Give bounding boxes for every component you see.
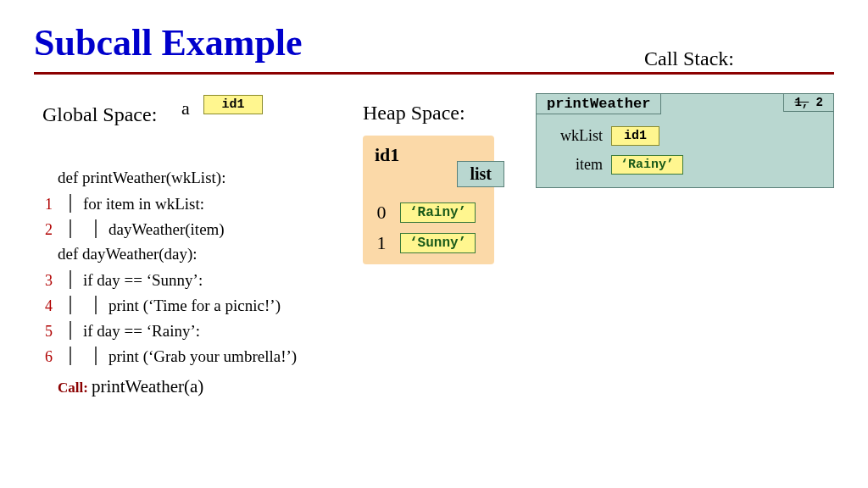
- frame-program-counter: 1, 2: [783, 93, 834, 112]
- call-label: Call:: [58, 375, 88, 401]
- pc-struck: 1,: [794, 96, 809, 109]
- call-expression: printWeather(a): [92, 374, 203, 399]
- code-line-6: print (‘Grab your umbrella!’): [108, 344, 297, 369]
- indent-bar: [70, 219, 71, 238]
- call-stack-label: Call Stack:: [644, 47, 734, 70]
- heap-index: 0: [370, 202, 393, 224]
- code-line-4: print (‘Time for a picnic!’): [108, 293, 281, 319]
- line-num-4: 4: [34, 293, 53, 319]
- frame-var-name: item: [554, 156, 603, 174]
- code-block: def printWeather(wkList): 1for item in w…: [34, 165, 297, 399]
- global-var-a-value: id1: [203, 95, 263, 114]
- stack-frame-printweather: printWeather 1, 2 wkList id1 item ‘Rainy…: [536, 93, 834, 188]
- code-def-dayweather: def dayWeather(day):: [58, 241, 198, 267]
- heap-value: ‘Sunny’: [400, 233, 476, 253]
- heap-index: 1: [370, 232, 393, 254]
- indent-bar: [95, 347, 97, 365]
- global-space-label: Global Space:: [42, 103, 157, 126]
- frame-var-name: wkList: [554, 127, 603, 145]
- line-num-5: 5: [34, 319, 53, 344]
- frame-name: printWeather: [536, 93, 661, 114]
- frame-var-value: id1: [611, 126, 659, 146]
- title-underline: [34, 72, 834, 75]
- code-line-5: if day == ‘Rainy’:: [83, 319, 200, 344]
- code-line-1: for item in wkList:: [83, 191, 204, 217]
- indent-bar: [70, 347, 71, 365]
- indent-bar: [70, 321, 71, 340]
- heap-row-0: 0 ‘Rainy’: [370, 202, 487, 224]
- code-line-2: dayWeather(item): [108, 217, 225, 242]
- heap-object-type: list: [457, 161, 504, 187]
- heap-value: ‘Rainy’: [400, 202, 476, 223]
- indent-bar: [95, 219, 97, 238]
- line-num-3: 3: [34, 268, 53, 293]
- line-num-6: 6: [34, 344, 53, 369]
- line-num-1: 1: [34, 191, 53, 217]
- heap-space-label: Heap Space:: [363, 102, 465, 125]
- global-var-a-name: a: [181, 97, 190, 119]
- heap-row-1: 1 ‘Sunny’: [370, 232, 487, 254]
- indent-bar: [70, 296, 71, 314]
- code-line-3: if day == ‘Sunny’:: [83, 268, 203, 293]
- heap-object-id1: id1 list 0 ‘Rainy’ 1 ‘Sunny’: [363, 136, 494, 264]
- slide-title: Subcall Example: [34, 21, 303, 64]
- line-num-2: 2: [34, 217, 53, 242]
- frame-var-item: item ‘Rainy’: [554, 155, 683, 175]
- indent-bar: [70, 270, 71, 289]
- indent-bar: [95, 296, 97, 314]
- code-def-printweather: def printWeather(wkList):: [58, 165, 225, 191]
- frame-var-value: ‘Rainy’: [611, 155, 683, 175]
- frame-var-wklist: wkList id1: [554, 126, 659, 146]
- pc-current: 2: [809, 96, 823, 109]
- indent-bar: [70, 194, 71, 213]
